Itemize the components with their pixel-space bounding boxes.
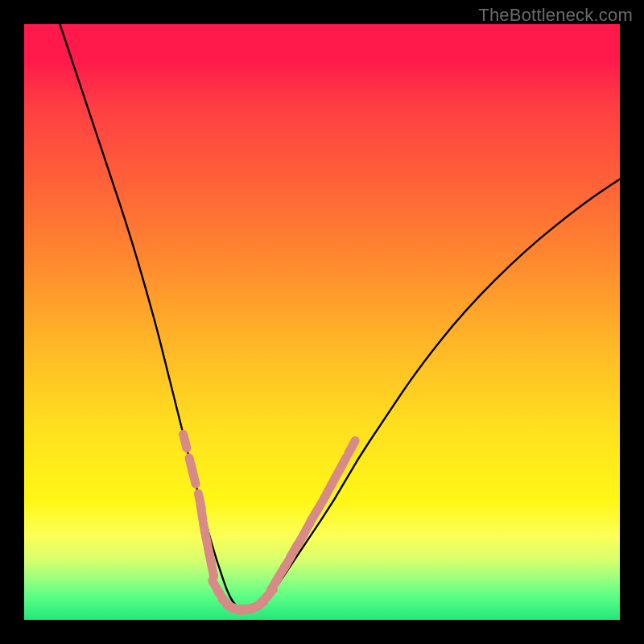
watermark-label: TheBottleneck.com — [478, 5, 633, 26]
curve-marker — [184, 434, 187, 448]
curve-marker — [349, 440, 356, 453]
curve-marker — [200, 506, 203, 520]
plot-area — [24, 24, 620, 620]
curve-marker — [192, 470, 196, 484]
curve-marker — [211, 562, 214, 576]
chart-frame: TheBottleneck.com — [0, 0, 644, 644]
curve-marker — [340, 457, 347, 470]
marker-group — [184, 434, 356, 610]
chart-svg — [24, 24, 620, 620]
bottleneck-curve — [60, 24, 620, 608]
